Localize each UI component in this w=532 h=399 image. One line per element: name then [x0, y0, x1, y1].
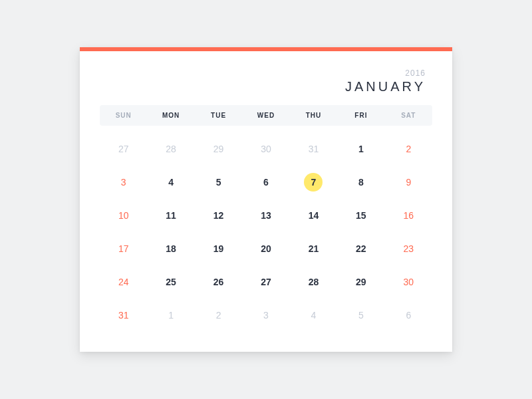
calendar-day-number: 29	[352, 273, 370, 291]
calendar-day-number: 1	[352, 140, 370, 158]
calendar-day[interactable]: 27	[242, 265, 289, 299]
calendar-day[interactable]: 10	[100, 199, 147, 232]
calendar-day-number: 9	[399, 173, 418, 192]
calendar-day[interactable]: 28	[290, 265, 337, 299]
calendar-day-number: 8	[352, 173, 370, 192]
calendar-day-number: 18	[162, 239, 180, 258]
calendar-month: JANUARY	[345, 79, 426, 94]
calendar-day[interactable]: 1	[337, 132, 384, 166]
calendar-day[interactable]: 7	[290, 166, 337, 199]
calendar-year: 2016	[100, 68, 426, 78]
calendar-day-number: 26	[209, 273, 228, 291]
calendar-day[interactable]: 18	[147, 232, 194, 265]
calendar-day[interactable]: 29	[195, 132, 242, 166]
calendar-day[interactable]: 22	[337, 232, 384, 265]
calendar-day[interactable]: 12	[195, 199, 242, 232]
calendar-day[interactable]: 21	[290, 232, 337, 265]
calendar-grid: 2728293031123456789101112131415161718192…	[100, 132, 432, 332]
calendar-day[interactable]: 5	[195, 166, 242, 199]
calendar-day[interactable]: 17	[100, 232, 147, 265]
calendar-day[interactable]: 11	[147, 199, 194, 232]
calendar-day[interactable]: 30	[242, 132, 289, 166]
calendar-day-number: 4	[162, 173, 180, 192]
calendar-day-number: 6	[257, 173, 275, 192]
calendar-day-number: 14	[304, 206, 323, 225]
calendar-day[interactable]: 19	[195, 232, 242, 265]
calendar-day-number: 21	[304, 239, 323, 258]
calendar-day[interactable]: 4	[147, 166, 194, 199]
calendar-day[interactable]: 20	[242, 232, 289, 265]
calendar-day-number: 20	[257, 239, 275, 258]
calendar-day[interactable]: 13	[242, 199, 289, 232]
calendar-day-number: 19	[209, 239, 228, 258]
calendar-day[interactable]: 2	[385, 132, 432, 166]
calendar-day-number: 5	[209, 173, 228, 192]
calendar-day-number: 29	[209, 140, 228, 158]
calendar-day-number: 5	[352, 306, 370, 325]
calendar-day-number: 28	[304, 273, 323, 291]
calendar-day[interactable]: 26	[195, 265, 242, 299]
calendar-day-number: 3	[114, 173, 133, 192]
weekday-label: MON	[147, 112, 194, 119]
calendar-day[interactable]: 2	[195, 299, 242, 332]
calendar-day[interactable]: 28	[147, 132, 194, 166]
calendar-day-number: 3	[257, 306, 275, 325]
calendar-day[interactable]: 14	[290, 199, 337, 232]
calendar-day-number: 27	[114, 140, 133, 158]
calendar-day-number: 30	[257, 140, 275, 158]
calendar-day-number: 1	[162, 306, 180, 325]
calendar-day[interactable]: 16	[385, 199, 432, 232]
calendar-day[interactable]: 15	[337, 199, 384, 232]
calendar-day-number: 28	[162, 140, 180, 158]
calendar-day[interactable]: 3	[100, 166, 147, 199]
weekday-label: TUE	[195, 112, 242, 119]
calendar-day[interactable]: 6	[242, 166, 289, 199]
calendar-day-number: 12	[209, 206, 228, 225]
calendar-day-number: 16	[399, 206, 418, 225]
weekday-label: FRI	[337, 112, 384, 119]
weekday-label: WED	[242, 112, 289, 119]
calendar-day-number: 11	[162, 206, 180, 225]
calendar-day-number: 31	[304, 140, 323, 158]
calendar-day-number: 6	[399, 306, 418, 325]
calendar-day[interactable]: 6	[385, 299, 432, 332]
weekday-row: SUNMONTUEWEDTHUFRISAT	[100, 105, 432, 126]
calendar-day-number: 31	[114, 306, 133, 325]
accent-bar	[80, 47, 452, 51]
calendar-day[interactable]: 3	[242, 299, 289, 332]
weekday-label: SUN	[100, 112, 147, 119]
calendar-day[interactable]: 23	[385, 232, 432, 265]
calendar-day[interactable]: 29	[337, 265, 384, 299]
weekday-label: THU	[290, 112, 337, 119]
calendar-day-number: 24	[114, 273, 133, 291]
calendar-day[interactable]: 5	[337, 299, 384, 332]
calendar-day[interactable]: 25	[147, 265, 194, 299]
calendar-day[interactable]: 24	[100, 265, 147, 299]
calendar-day-number: 13	[257, 206, 275, 225]
calendar-day[interactable]: 4	[290, 299, 337, 332]
calendar-day[interactable]: 9	[385, 166, 432, 199]
calendar-day-number: 30	[399, 273, 418, 291]
calendar-day-number: 17	[114, 239, 133, 258]
calendar-day-number: 7	[304, 173, 323, 192]
calendar-header: 2016 JANUARY	[100, 47, 432, 105]
calendar-day-number: 15	[352, 206, 370, 225]
calendar-day[interactable]: 1	[147, 299, 194, 332]
calendar-day-number: 27	[257, 273, 275, 291]
calendar-day-number: 10	[114, 206, 133, 225]
calendar-day[interactable]: 27	[100, 132, 147, 166]
calendar-day-number: 25	[162, 273, 180, 291]
calendar-day[interactable]: 8	[337, 166, 384, 199]
weekday-label: SAT	[385, 112, 432, 119]
calendar-day[interactable]: 30	[385, 265, 432, 299]
calendar-card: 2016 JANUARY SUNMONTUEWEDTHUFRISAT 27282…	[80, 47, 452, 352]
calendar-day-number: 4	[304, 306, 323, 325]
calendar-day-number: 23	[399, 239, 418, 258]
calendar-day-number: 22	[352, 239, 370, 258]
calendar-day[interactable]: 31	[100, 299, 147, 332]
calendar-day-number: 2	[399, 140, 418, 158]
calendar-day-number: 2	[209, 306, 228, 325]
calendar-day[interactable]: 31	[290, 132, 337, 166]
